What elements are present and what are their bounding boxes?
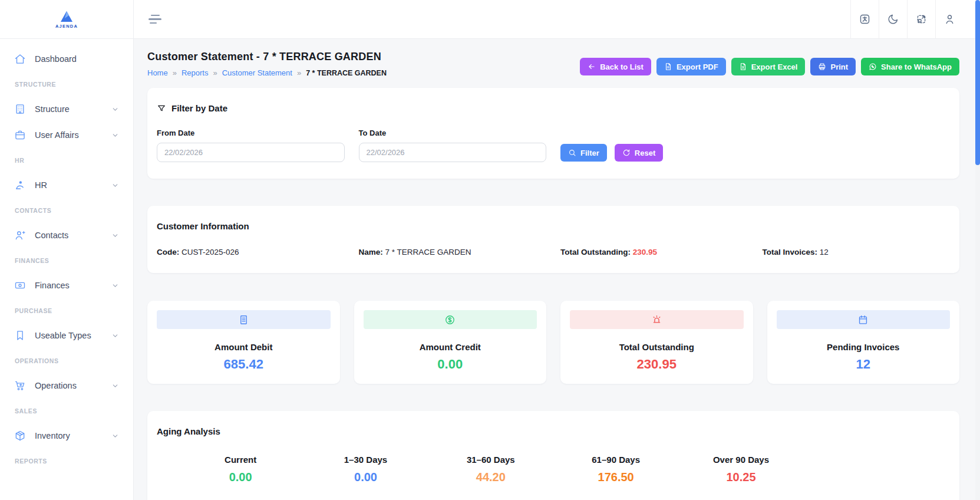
sidebar-section-finances: FINANCES <box>0 248 133 272</box>
customer-outstanding-value: 230.95 <box>633 248 657 256</box>
stat-card-pending-invoices: Pending Invoices 12 <box>767 301 960 384</box>
chevron-down-icon <box>111 182 119 189</box>
to-date-input[interactable] <box>359 143 547 162</box>
language-button[interactable] <box>850 0 879 39</box>
from-date-input[interactable] <box>157 143 345 162</box>
filter-card: Filter by Date From Date To Date Filter <box>147 88 959 179</box>
chevron-down-icon <box>111 382 119 390</box>
app-window: AJENDA Dashboard STRUCTURE Structure <box>0 0 980 500</box>
export-excel-button[interactable]: Export Excel <box>731 58 806 75</box>
page-header: Customer Statement - 7 * TERRACE GARDEN … <box>147 51 959 77</box>
sidebar-item-inventory[interactable]: Inventory <box>0 423 133 449</box>
reset-button[interactable]: Reset <box>615 144 663 162</box>
box-icon <box>14 430 26 442</box>
chevron-down-icon <box>111 282 119 290</box>
sidebar-item-operations[interactable]: Operations <box>0 373 133 399</box>
sidebar-item-useable-types[interactable]: Useable Types <box>0 323 133 348</box>
filter-button[interactable]: Filter <box>560 144 607 162</box>
aging-columns: Current 0.00 1–30 Days 0.00 31–60 Days 4… <box>157 455 950 484</box>
stat-card-amount-credit: Amount Credit 0.00 <box>354 301 547 384</box>
page-scrollbar <box>975 0 980 500</box>
fullscreen-button[interactable] <box>907 0 935 39</box>
print-button[interactable]: Print <box>810 58 856 75</box>
stat-banner <box>570 310 744 329</box>
filter-actions: Filter Reset <box>560 129 748 162</box>
customer-invoices-field: Total Invoices: 12 <box>763 248 951 256</box>
dark-mode-button[interactable] <box>879 0 907 39</box>
customer-code-field: Code: CUST-2025-026 <box>157 248 345 256</box>
aging-label: Current <box>178 455 303 465</box>
from-date-group: From Date <box>157 129 345 162</box>
stat-banner <box>364 310 537 329</box>
chevron-down-icon <box>111 232 119 239</box>
stat-banner <box>157 310 331 329</box>
sidebar-item-user-affairs[interactable]: User Affairs <box>0 122 133 148</box>
calendar-icon <box>857 314 869 325</box>
sidebar-item-dashboard[interactable]: Dashboard <box>0 46 133 72</box>
dollar-circle-icon <box>444 314 456 325</box>
sidebar-item-contacts[interactable]: Contacts <box>0 222 133 248</box>
alarm-icon <box>651 314 662 325</box>
refresh-icon <box>622 149 631 157</box>
invoice-icon <box>238 314 249 325</box>
share-whatsapp-label: Share to WhatsApp <box>881 63 952 71</box>
sidebar-item-structure[interactable]: Structure <box>0 96 133 122</box>
sidebar-item-label: Useable Types <box>35 331 91 340</box>
sidebar: AJENDA Dashboard STRUCTURE Structure <box>0 0 134 500</box>
user-menu-button[interactable] <box>935 0 963 39</box>
sidebar-item-label: Finances <box>35 281 70 290</box>
filter-card-title: Filter by Date <box>171 103 227 113</box>
briefcase-icon <box>14 129 26 141</box>
sidebar-item-label: User Affairs <box>35 130 79 140</box>
whatsapp-icon <box>869 63 877 71</box>
back-to-list-label: Back to List <box>600 63 644 71</box>
brand-logo-icon <box>59 10 74 23</box>
sidebar-toggle-button[interactable] <box>149 15 161 24</box>
aging-col-1-30: 1–30 Days 0.00 <box>303 455 428 484</box>
stat-card-amount-debit: Amount Debit 685.42 <box>147 301 340 384</box>
funnel-icon <box>157 104 166 113</box>
to-date-group: To Date <box>359 129 547 162</box>
page-scrollbar-thumb[interactable] <box>975 0 980 165</box>
page-title: Customer Statement - 7 * TERRACE GARDEN <box>147 51 387 63</box>
customer-name-label: Name: <box>359 248 383 256</box>
breadcrumb-current: 7 * TERRACE GARDEN <box>306 69 387 77</box>
aging-label: 1–30 Days <box>303 455 428 465</box>
cart-plus-icon <box>14 380 26 392</box>
brand-name: AJENDA <box>55 24 78 29</box>
sidebar-section-sales: SALES <box>0 399 133 423</box>
breadcrumb-home[interactable]: Home <box>147 68 168 77</box>
dark-mode-moon-icon <box>887 13 899 25</box>
fullscreen-icon <box>915 13 928 25</box>
back-to-list-button[interactable]: Back to List <box>580 58 651 75</box>
brand-logo[interactable]: AJENDA <box>0 0 133 39</box>
stat-label: Amount Debit <box>157 342 331 352</box>
sidebar-item-hr[interactable]: HR <box>0 172 133 198</box>
breadcrumb-reports[interactable]: Reports <box>182 68 209 77</box>
home-icon <box>14 53 26 65</box>
sidebar-section-hr: HR <box>0 148 133 172</box>
customer-outstanding-label: Total Outstanding: <box>560 248 631 256</box>
export-excel-label: Export Excel <box>751 63 798 71</box>
export-pdf-button[interactable]: Export PDF <box>656 58 726 75</box>
sidebar-item-label: Structure <box>35 104 70 114</box>
sidebar-section-structure: STRUCTURE <box>0 72 133 96</box>
bookmark-icon <box>14 330 26 341</box>
stat-value: 12 <box>777 357 951 372</box>
main-content: Customer Statement - 7 * TERRACE GARDEN … <box>134 39 975 500</box>
customer-code-label: Code: <box>157 248 179 256</box>
customer-code-value: CUST-2025-026 <box>182 248 239 256</box>
customer-name-field: Name: 7 * TERRACE GARDEN <box>359 248 547 256</box>
breadcrumb-customer-statement[interactable]: Customer Statement <box>222 68 292 77</box>
person-icon <box>14 179 26 191</box>
stat-cards-row: Amount Debit 685.42 Amount Credit 0.00 T… <box>147 301 959 384</box>
share-whatsapp-button[interactable]: Share to WhatsApp <box>861 58 959 75</box>
sidebar-section-purchase: PURCHASE <box>0 298 133 323</box>
customer-invoices-value: 12 <box>820 248 829 256</box>
stat-value: 230.95 <box>570 357 744 372</box>
sidebar-item-finances[interactable]: Finances <box>0 272 133 298</box>
file-pdf-icon <box>664 63 672 71</box>
reset-button-label: Reset <box>635 149 655 157</box>
customer-outstanding-field: Total Outstanding: 230.95 <box>560 248 748 256</box>
stat-card-total-outstanding: Total Outstanding 230.95 <box>560 301 753 384</box>
